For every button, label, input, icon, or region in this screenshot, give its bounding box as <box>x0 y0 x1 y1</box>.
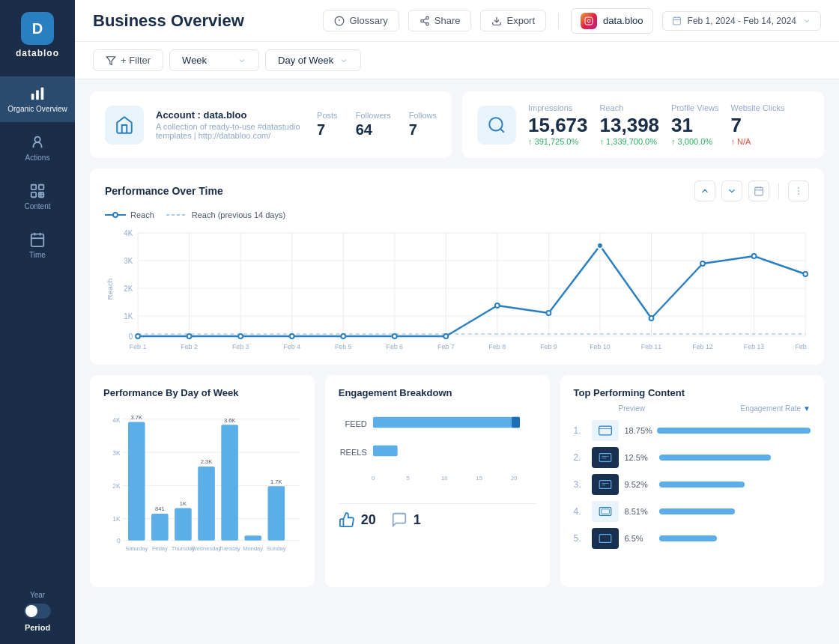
profile-views-metric: Profile Views 31 ↑ 3,000.0% <box>671 103 718 146</box>
svg-point-80 <box>803 272 808 276</box>
svg-text:Feb 3: Feb 3 <box>232 343 249 350</box>
svg-text:0: 0 <box>117 537 121 544</box>
export-icon <box>491 16 502 26</box>
share-button[interactable]: Share <box>408 10 472 31</box>
posts-value: 7 <box>317 121 338 139</box>
toggle-switch[interactable] <box>24 604 51 619</box>
impressions-change: ↑ 391,725.0% <box>528 137 588 146</box>
main-content: Account : data.bloo A collection of read… <box>75 79 839 644</box>
feed-bar <box>373 413 536 431</box>
chart-calendar-button[interactable] <box>748 180 769 201</box>
chart-actions <box>694 180 809 201</box>
header-actions: Glossary Share Export data.bloo Feb 1, 2… <box>323 8 821 34</box>
bottom-row: Performance By Day of Week 4K 3K 2K 1K 0 <box>90 375 824 587</box>
posts-label: Posts <box>317 111 338 120</box>
legend-reach-prev: Reach (previous 14 days) <box>166 210 285 219</box>
svg-text:Monday: Monday <box>243 545 263 552</box>
line-chart: 4K 3K 2K 1K 0 <box>105 225 809 353</box>
calendar-icon <box>672 16 682 25</box>
day-of-week-label: Day of Week <box>278 55 333 66</box>
bar-tuesday <box>221 425 238 540</box>
svg-point-18 <box>421 19 424 22</box>
content-bar-1 <box>657 428 811 434</box>
filter-button[interactable]: + Filter <box>93 49 163 71</box>
svg-point-76 <box>597 243 603 249</box>
stats-row: Account : data.bloo A collection of read… <box>90 91 824 158</box>
sidebar-logo: D databloo <box>0 0 75 70</box>
svg-point-72 <box>393 334 397 338</box>
svg-rect-23 <box>585 17 593 25</box>
page-header: Business Overview Glossary Share Export … <box>75 0 839 42</box>
website-clicks-metric: Website Clicks 7 ↑ N/A <box>730 103 784 146</box>
feed-label: FEED <box>339 419 367 428</box>
date-range-selector[interactable]: Feb 1, 2024 - Feb 14, 2024 <box>662 11 821 31</box>
account-info: Account : data.bloo A collection of read… <box>156 109 305 140</box>
chart-svg-container: 4K 3K 2K 1K 0 <box>105 225 809 353</box>
sidebar-item-time[interactable]: Time <box>0 222 75 268</box>
reels-bar <box>373 442 536 460</box>
sidebar-item-actions[interactable]: Actions <box>0 125 75 171</box>
date-range-label: Feb 1, 2024 - Feb 14, 2024 <box>688 16 796 26</box>
bar-chart-icon <box>29 85 46 102</box>
platform-selector[interactable]: data.bloo <box>571 8 653 34</box>
content-bar-container-1: 18.75% <box>625 426 811 435</box>
year-label: Year <box>30 591 45 599</box>
content-bar-container-2: 12.5% <box>625 453 811 462</box>
top-content-title: Top Performing Content <box>574 387 685 398</box>
svg-text:3K: 3K <box>112 449 121 457</box>
svg-line-20 <box>423 21 426 22</box>
svg-text:2K: 2K <box>124 285 133 293</box>
bar-wednesday <box>198 467 215 541</box>
main-area: Business Overview Glossary Share Export … <box>75 0 839 644</box>
glossary-button[interactable]: Glossary <box>323 10 399 31</box>
chevron-down-icon <box>802 16 811 25</box>
svg-point-70 <box>290 334 294 338</box>
svg-text:841: 841 <box>155 505 165 512</box>
sort-arrow-icon: ▼ <box>803 404 811 413</box>
content-bar-3 <box>659 482 745 487</box>
thumbs-up-icon <box>339 511 355 528</box>
chart-more-button[interactable] <box>788 180 809 201</box>
followers-label: Followers <box>356 111 391 120</box>
period-label: Period <box>25 623 50 632</box>
svg-text:Feb 2: Feb 2 <box>181 343 198 350</box>
bar-chart-svg: 4K 3K 2K 1K 0 3.7K <box>103 407 301 572</box>
svg-rect-1 <box>36 90 39 100</box>
svg-point-37 <box>798 187 799 189</box>
sidebar-item-content[interactable]: Content <box>0 174 75 219</box>
svg-point-77 <box>649 316 654 321</box>
sidebar-item-organic-label: Organic Overview <box>7 105 67 113</box>
followers-value: 64 <box>356 121 391 139</box>
account-name: Account : data.bloo <box>156 109 305 121</box>
performance-by-day-panel: Performance By Day of Week 4K 3K 2K 1K 0 <box>90 375 315 587</box>
svg-rect-2 <box>41 88 44 100</box>
day-of-week-dropdown[interactable]: Day of Week <box>265 49 361 71</box>
reach-change: ↑ 1,339,700.0% <box>600 137 660 146</box>
account-card-icon <box>105 106 144 145</box>
likes-stat: 20 <box>339 511 376 528</box>
chart-down-button[interactable] <box>721 180 742 201</box>
share-label: Share <box>434 15 461 26</box>
svg-point-17 <box>426 16 429 19</box>
top-content-row-5: 5. 6.5% <box>574 528 811 549</box>
top-content-header: Top Performing Content <box>574 387 811 398</box>
svg-text:Feb 8: Feb 8 <box>489 343 506 350</box>
chart-legend: Reach Reach (previous 14 days) <box>105 210 809 219</box>
chart-header: Performance Over Time <box>105 180 809 201</box>
chart-up-button[interactable] <box>694 180 715 201</box>
follows-value: 7 <box>409 121 437 139</box>
week-dropdown[interactable]: Week <box>169 49 259 71</box>
top-content-row-2: 2. 12.5% <box>574 447 811 468</box>
svg-text:Wednesday: Wednesday <box>192 545 222 552</box>
svg-point-67 <box>136 334 140 338</box>
engagement-title: Engagement Breakdown <box>339 387 536 398</box>
sidebar-item-organic[interactable]: Organic Overview <box>0 76 75 122</box>
sidebar-bottom: Year Period <box>24 579 51 644</box>
top-content-cols: Preview Engagement Rate ▼ <box>574 404 811 413</box>
reach-label: Reach <box>600 103 660 112</box>
sidebar-nav: Organic Overview Actions Content Time <box>0 76 75 579</box>
bar-sunday <box>267 486 285 541</box>
svg-rect-6 <box>31 192 36 197</box>
export-button[interactable]: Export <box>480 10 546 31</box>
svg-text:Feb 14: Feb 14 <box>795 343 809 350</box>
